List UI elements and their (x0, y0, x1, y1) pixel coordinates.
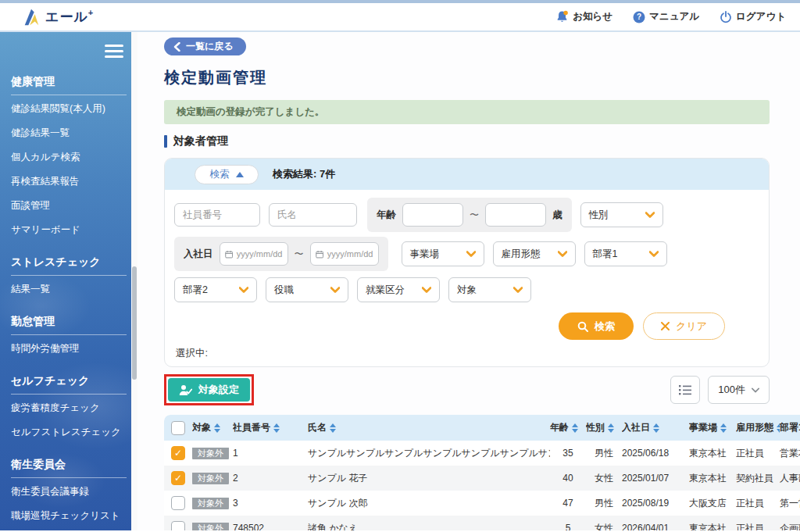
sidebar-item[interactable]: 健診結果一覧 (11, 122, 131, 144)
notice-link[interactable]: お知らせ (555, 10, 612, 23)
header-nav: お知らせ ? マニュアル ログアウト (555, 10, 786, 23)
sidebar-scrollbar-thumb[interactable] (132, 266, 137, 380)
column-header[interactable]: 社員番号 (233, 421, 308, 434)
back-button[interactable]: 一覧に戻る (164, 37, 246, 55)
sidebar-section-title: 衛生委員会 (11, 455, 127, 478)
column-header[interactable]: 対象 (192, 421, 233, 434)
sidebar-item[interactable]: サマリーボード (11, 219, 131, 241)
sidebar-item[interactable]: 時間外労働管理 (11, 337, 131, 359)
office-select[interactable]: 事業場 (402, 241, 484, 266)
calendar-icon (316, 249, 323, 259)
cell-hire-date: 2025/08/19 (622, 498, 689, 509)
column-header[interactable]: 雇用形態 (736, 421, 780, 434)
select-all-checkbox[interactable] (171, 421, 185, 435)
list-view-button[interactable] (670, 376, 700, 404)
status-badge: 対象外 (192, 498, 229, 509)
sort-icon[interactable] (330, 423, 336, 433)
cell-name: サンプル 花子 (308, 472, 550, 485)
row-checkbox[interactable] (171, 521, 185, 530)
logout-link[interactable]: ログアウト (720, 10, 786, 23)
search-icon (577, 321, 588, 332)
row-checkbox[interactable]: ✓ (171, 471, 185, 485)
sidebar-nav: 健康管理健診結果閲覧(本人用)健診結果一覧個人カルテ検索再検査結果報告面談管理サ… (0, 32, 138, 530)
sidebar-item[interactable]: 衛生委員会議事録 (11, 480, 131, 502)
dept1-select[interactable]: 部署1 (584, 241, 667, 266)
search-toggle-button[interactable]: 検索 (195, 165, 259, 184)
sidebar-scrollbar[interactable] (131, 32, 138, 530)
column-header[interactable]: 部署1 (780, 421, 800, 434)
manual-link[interactable]: ? マニュアル (633, 10, 699, 23)
cell-name: サンプルサンプルサンプルサンプルサンプルサンプルサンプル 太郎 (308, 447, 550, 460)
cell-hire-date: 2025/01/07 (622, 473, 689, 484)
dept2-select-label: 部署2 (183, 284, 208, 297)
sidebar-section-title: セルフチェック (11, 371, 127, 395)
name-input[interactable] (269, 203, 357, 227)
employment-select[interactable]: 雇用形態 (493, 241, 576, 266)
row-checkbox[interactable] (171, 496, 185, 510)
bell-icon (555, 10, 569, 23)
cell-name: 諸角 かなえ (308, 522, 550, 531)
page-size-select[interactable]: 100件 (708, 376, 770, 404)
table-row[interactable]: 対象外3サンプル 次郎47男性2025/08/19大阪支店正社員第一営業部 (164, 491, 800, 516)
table-row[interactable]: 対象外748502諸角 かなえ5女性2026/04/01東京本社正社員企画部 (164, 516, 800, 530)
cell-employee-no: 748502 (233, 523, 308, 530)
sort-icon[interactable] (608, 423, 614, 433)
target-setting-button[interactable]: 対象設定 (168, 378, 250, 402)
sidebar-item[interactable]: 職場巡視チェックリスト (11, 505, 131, 527)
sidebar-item[interactable]: セルフストレスチェック (11, 421, 131, 443)
age-max-input[interactable] (485, 203, 546, 227)
sort-icon[interactable] (653, 423, 659, 433)
app-logo[interactable]: エール+ (22, 8, 94, 27)
sort-icon[interactable] (720, 423, 727, 433)
calendar-icon (225, 249, 233, 259)
chevron-down-icon (558, 251, 567, 257)
table-row[interactable]: ✓対象外2サンプル 花子40女性2025/01/07東京本社契約社員人事部 (164, 466, 800, 491)
clear-button[interactable]: クリア (643, 312, 725, 340)
sort-icon[interactable] (214, 423, 220, 433)
column-header[interactable]: 入社日 (622, 421, 689, 434)
column-header-label: 年齢 (550, 421, 569, 434)
cell-employment: 正社員 (736, 522, 780, 531)
age-min-input[interactable] (402, 203, 463, 227)
column-header-label: 事業場 (689, 421, 717, 434)
search-button[interactable]: 検索 (559, 312, 634, 340)
sidebar-item[interactable]: 疲労蓄積度チェック (11, 397, 131, 419)
hire-date-to-input[interactable]: yyyy/mm/dd (310, 242, 379, 266)
column-header-label: 氏名 (308, 421, 327, 434)
dept2-select[interactable]: 部署2 (174, 277, 257, 302)
office-select-label: 事業場 (410, 248, 440, 261)
dept1-select-label: 部署1 (593, 248, 618, 261)
target-select[interactable]: 対象 (448, 277, 531, 302)
cell-age: 40 (550, 473, 586, 484)
annotation-highlight: 対象設定 (164, 374, 254, 405)
sort-icon[interactable] (572, 423, 578, 433)
sidebar-item[interactable]: 結果一覧 (11, 278, 131, 300)
column-header[interactable]: 事業場 (689, 421, 736, 434)
sidebar-item[interactable]: 再検査結果報告 (11, 170, 131, 192)
role-select[interactable]: 役職 (266, 277, 348, 302)
work-class-select-label: 就業区分 (366, 284, 405, 297)
row-checkbox[interactable]: ✓ (171, 446, 185, 460)
cell-gender: 女性 (586, 522, 622, 531)
chevron-up-icon (236, 172, 244, 177)
work-class-select[interactable]: 就業区分 (357, 277, 440, 302)
column-header[interactable]: 氏名 (308, 421, 550, 434)
menu-toggle-icon[interactable] (105, 41, 123, 61)
search-result-count: 検索結果: 7件 (273, 167, 335, 181)
hire-date-from-input[interactable]: yyyy/mm/dd (220, 242, 288, 266)
sidebar-item[interactable]: 健診結果閲覧(本人用) (11, 98, 131, 120)
cell-age: 35 (550, 448, 586, 459)
cell-hire-date: 2026/04/01 (622, 523, 689, 530)
column-header[interactable]: 年齢 (550, 421, 586, 434)
chevron-down-icon (752, 387, 759, 393)
column-header[interactable]: 性別 (586, 421, 622, 434)
employee-no-input[interactable] (174, 203, 260, 227)
chevron-down-icon (466, 251, 476, 257)
cell-employee-no: 3 (233, 498, 308, 509)
sort-icon[interactable] (273, 423, 280, 433)
sidebar-item[interactable]: 個人カルテ検索 (11, 146, 131, 168)
gender-select[interactable]: 性別 (580, 202, 663, 227)
cell-dept1: 営業本部 (780, 447, 800, 460)
sidebar-item[interactable]: 面談管理 (11, 195, 131, 216)
table-row[interactable]: ✓対象外1サンプルサンプルサンプルサンプルサンプルサンプルサンプル 太郎35男性… (164, 441, 800, 466)
